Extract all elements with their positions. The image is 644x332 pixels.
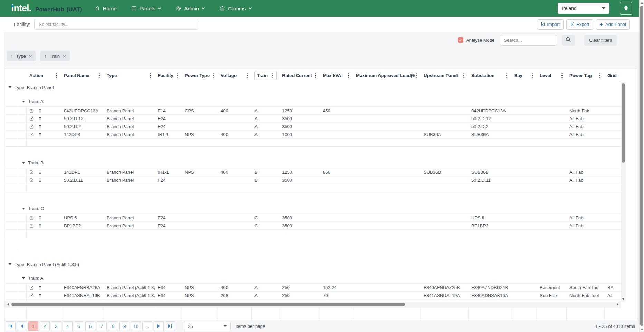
page-number-button[interactable]: 10 <box>131 321 141 331</box>
collapse-triangle-icon[interactable] <box>22 208 25 210</box>
delete-icon[interactable] <box>38 108 42 113</box>
page-number-button[interactable]: 6 <box>85 321 95 331</box>
column-header-substation[interactable]: Substation <box>469 69 511 82</box>
edit-icon[interactable] <box>29 116 34 121</box>
grid-row[interactable]: UPS 6 Branch Panel F24 C 3500 UPS 6 All … <box>5 214 621 222</box>
column-header-power-tag[interactable]: Power Tag <box>567 69 605 82</box>
scroll-left-arrow[interactable] <box>5 302 11 307</box>
column-header-power-type[interactable]: Power Type <box>182 69 218 82</box>
edit-icon[interactable] <box>29 224 34 228</box>
column-header-upstream-panel[interactable]: Upstream Panel <box>421 69 469 82</box>
group-chip[interactable]: Type × <box>7 51 36 61</box>
next-page-button[interactable] <box>154 321 164 331</box>
grid-row[interactable]: Type: Branch Panel (Acti9 1,3,5) <box>5 259 621 270</box>
edit-icon[interactable] <box>29 124 34 129</box>
column-menu-icon[interactable] <box>463 73 465 78</box>
delete-icon[interactable] <box>38 178 42 182</box>
delete-icon[interactable] <box>38 224 42 228</box>
edit-icon[interactable] <box>29 216 34 220</box>
prev-page-button[interactable] <box>17 321 27 331</box>
page-number-button[interactable]: 5 <box>74 321 84 331</box>
scroll-down-arrow[interactable] <box>640 328 644 331</box>
grid-row[interactable] <box>5 238 621 249</box>
column-menu-icon[interactable] <box>98 73 100 78</box>
scroll-down-arrow[interactable] <box>621 297 626 301</box>
group-chip[interactable]: Train × <box>40 51 69 61</box>
column-menu-icon[interactable] <box>314 73 317 78</box>
import-button[interactable]: Import <box>537 19 564 30</box>
grid-row[interactable]: Train: A <box>5 273 621 284</box>
grid-row[interactable]: F340AFNRBA26A Branch Panel (Acti9 1,3,5)… <box>5 284 621 292</box>
edit-icon[interactable] <box>29 132 34 137</box>
add-panel-button[interactable]: + Add Panel <box>596 19 630 30</box>
column-menu-icon[interactable] <box>55 73 58 78</box>
grid-row[interactable]: 142DP3 Branch Panel IR1-1 NPS 400 A 1000… <box>5 131 621 139</box>
grid-row[interactable] <box>5 93 621 96</box>
search-button[interactable] <box>562 35 575 46</box>
column-header-grid[interactable]: Grid <box>605 69 621 82</box>
first-page-button[interactable] <box>6 321 16 331</box>
analyse-mode-checkbox[interactable] <box>458 37 463 43</box>
remove-group-icon[interactable]: × <box>63 54 66 59</box>
grid-row[interactable]: 50.2.D.11 Branch Panel F24 B 3500 50.2.D… <box>5 176 621 184</box>
collapse-triangle-icon[interactable] <box>22 101 25 103</box>
page-number-button[interactable]: 9 <box>119 321 129 331</box>
nav-item-comms[interactable]: Comms <box>220 6 252 11</box>
grid-row[interactable]: 50.2.D.2 Branch Panel F24 A 3500 50.2.D.… <box>5 123 621 131</box>
scroll-up-arrow[interactable] <box>640 1 644 4</box>
column-header-level[interactable]: Level <box>537 69 567 82</box>
grid-row[interactable]: 50.2.D.12 Branch Panel F24 A 3500 50.2.D… <box>5 115 621 123</box>
edit-icon[interactable] <box>29 108 34 113</box>
grid-row[interactable]: Train: C <box>5 203 621 214</box>
sort-ascending-icon[interactable] <box>44 54 47 59</box>
column-menu-icon[interactable] <box>212 73 214 78</box>
search-input[interactable] <box>500 35 557 46</box>
delete-icon[interactable] <box>38 132 42 137</box>
grid-row[interactable]: 141DP1 Branch Panel IR1-1 NPS 400 B 1250… <box>5 168 621 176</box>
column-menu-icon[interactable] <box>347 73 350 78</box>
page-number-button[interactable]: 1 <box>28 321 38 331</box>
page-number-button[interactable]: 4 <box>63 321 73 331</box>
edit-icon[interactable] <box>29 178 34 182</box>
page-size-dropdown[interactable]: 35 <box>184 321 231 331</box>
scrollbar-thumb[interactable] <box>11 303 405 306</box>
column-menu-icon[interactable] <box>531 73 534 78</box>
debug-button[interactable] <box>620 2 632 15</box>
column-menu-icon[interactable] <box>272 73 274 78</box>
collapse-triangle-icon[interactable] <box>9 263 11 265</box>
last-page-button[interactable] <box>165 321 175 331</box>
column-menu-icon[interactable] <box>506 73 508 78</box>
column-header-max-approved-load[interactable]: Maximum Approved Load(%) <box>353 69 421 82</box>
edit-icon[interactable] <box>29 170 34 174</box>
delete-icon[interactable] <box>38 124 42 129</box>
edit-icon[interactable] <box>29 293 34 298</box>
grid-row[interactable]: Train: B <box>5 158 621 168</box>
column-menu-icon[interactable] <box>246 73 248 78</box>
grid-row[interactable] <box>5 147 621 158</box>
grid-horizontal-scrollbar[interactable] <box>5 302 621 307</box>
column-menu-icon[interactable] <box>149 73 152 78</box>
delete-icon[interactable] <box>38 116 42 121</box>
scrollbar-thumb[interactable] <box>640 6 643 326</box>
grid-row[interactable] <box>5 192 621 203</box>
more-pages-button[interactable]: ... <box>142 321 152 331</box>
column-header-rated-current[interactable]: Rated Current <box>279 69 320 82</box>
grid-row[interactable]: BP1BP2 Branch Panel F24 C 3500 BP1BP2 Al… <box>5 222 621 230</box>
column-header-voltage[interactable]: Voltage <box>218 69 252 82</box>
grid-row[interactable] <box>5 139 621 147</box>
scroll-right-arrow[interactable] <box>615 302 620 307</box>
grid-vertical-scrollbar[interactable] <box>621 82 626 302</box>
grid-row[interactable] <box>5 270 621 273</box>
column-header-action[interactable]: Action <box>27 69 61 82</box>
page-vertical-scrollbar[interactable] <box>639 0 644 332</box>
region-dropdown[interactable]: Ireland <box>558 3 609 14</box>
sort-ascending-icon[interactable] <box>11 54 13 59</box>
grid-row[interactable] <box>5 249 621 259</box>
grid-row[interactable] <box>5 184 621 192</box>
column-header-max-kva[interactable]: Max kVA <box>320 69 353 82</box>
column-menu-icon[interactable] <box>176 73 179 78</box>
collapse-triangle-icon[interactable] <box>22 162 25 164</box>
clear-filters-button[interactable]: Clear filters <box>584 35 617 46</box>
column-header-facility[interactable]: Facility <box>155 69 182 82</box>
export-button[interactable]: Export <box>566 19 593 30</box>
